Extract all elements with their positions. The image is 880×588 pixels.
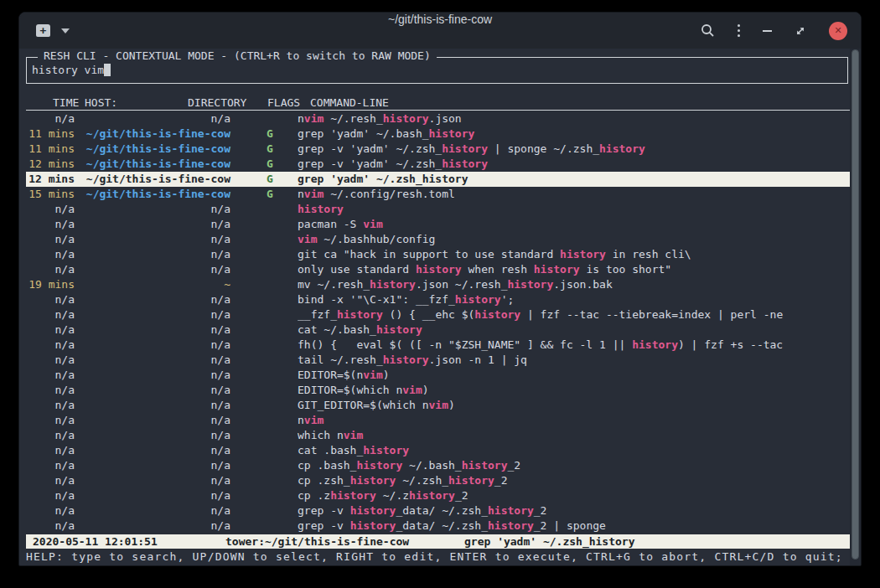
history-row[interactable]: n/an/acp .bash_history ~/.bash_history_2 <box>26 458 850 473</box>
row-command: __fzf_history () { __ehc $(history | fzf… <box>298 307 850 322</box>
history-row[interactable]: n/an/afh() { eval $( ([ -n "$ZSH_NAME" ]… <box>26 338 850 353</box>
row-command: cat .bash_history <box>298 443 850 458</box>
history-row[interactable]: n/an/ahistory <box>26 202 850 217</box>
row-command: EDITOR=$(nvim) <box>298 368 850 383</box>
row-time: n/a <box>26 322 75 338</box>
history-row-selected[interactable]: 12 mins~/git/this-is-fine-cowGgrep 'yadm… <box>26 172 850 187</box>
text-cursor <box>104 64 111 76</box>
col-header-flags: FLAGS <box>267 95 300 111</box>
history-row[interactable]: n/an/atail ~/.resh_history.json -n 1 | j… <box>26 353 850 368</box>
history-row[interactable]: n/an/acat .bash_history <box>26 443 850 458</box>
history-rows: n/an/anvim ~/.resh_history.json11 mins~/… <box>26 111 850 534</box>
row-command: bind -x '"\C-x1": __fzf_history'; <box>298 292 850 307</box>
history-row[interactable]: 12 mins~/git/this-is-fine-cowGgrep -v 'y… <box>26 157 850 172</box>
row-command: nvim <box>298 413 850 428</box>
row-command: fh() { eval $( ([ -n "$ZSH_NAME" ] && fc… <box>298 338 850 353</box>
row-time: n/a <box>26 202 75 217</box>
history-row[interactable]: 15 mins~/git/this-is-fine-cowGnvim ~/.co… <box>26 187 850 202</box>
search-button[interactable] <box>701 23 715 38</box>
row-command: grep -v 'yadm' ~/.zsh_history <box>298 157 850 172</box>
row-time: 15 mins <box>26 187 75 202</box>
row-directory: n/a <box>78 202 230 217</box>
row-command: history <box>298 202 850 217</box>
history-row[interactable]: n/an/acp .zhistory ~/.zhistory_2 <box>26 488 850 503</box>
history-row[interactable]: n/an/agrep -v history_data/ ~/.zsh_histo… <box>26 503 850 518</box>
history-row[interactable]: n/an/a__fzf_history () { __ehc $(history… <box>26 307 850 322</box>
row-directory: ~/git/this-is-fine-cow <box>78 187 230 202</box>
history-row[interactable]: n/an/aEDITOR=$(which nvim) <box>26 383 850 398</box>
row-command: tail ~/.resh_history.json -n 1 | jq <box>298 353 850 368</box>
row-directory: n/a <box>78 383 230 398</box>
row-command: cp .bash_history ~/.bash_history_2 <box>298 458 850 473</box>
row-directory: n/a <box>78 353 230 368</box>
row-time: n/a <box>26 338 75 353</box>
row-directory: n/a <box>78 473 230 488</box>
row-flags: G <box>267 157 273 172</box>
status-host-dir: tower:~/git/this-is-fine-cow <box>225 534 409 549</box>
history-row[interactable]: 11 mins~/git/this-is-fine-cowGgrep 'yadm… <box>26 126 850 142</box>
menu-button[interactable] <box>738 24 740 37</box>
scrollbar <box>850 49 861 565</box>
search-input[interactable]: RESH CLI - CONTEXTUAL MODE - (CTRL+R to … <box>26 57 848 84</box>
row-time: n/a <box>26 458 75 473</box>
minimize-icon <box>763 30 772 32</box>
history-row[interactable]: n/an/aGIT_EDITOR=$(which nvim) <box>26 398 850 413</box>
row-directory: n/a <box>78 247 230 262</box>
row-time: 12 mins <box>26 172 75 187</box>
tab-menu-caret-icon[interactable] <box>61 28 70 34</box>
history-row[interactable]: n/an/acp .zsh_history ~/.zsh_history_2 <box>26 473 850 488</box>
history-row[interactable]: n/an/aEDITOR=$(nvim) <box>26 368 850 383</box>
status-command: grep 'yadm' ~/.zsh_history <box>464 534 635 549</box>
row-directory: n/a <box>78 368 230 383</box>
history-row[interactable]: n/an/awhich nvim <box>26 428 850 443</box>
history-row[interactable]: n/an/avim ~/.bashhub/config <box>26 232 850 247</box>
row-time: n/a <box>26 232 75 247</box>
history-row[interactable]: n/an/acat ~/.bash_history <box>26 322 850 338</box>
history-row[interactable]: n/an/agrep -v history_data/ ~/.zsh_histo… <box>26 518 850 534</box>
help-bar: HELP: type to search, UP/DOWN to select,… <box>26 549 843 565</box>
new-tab-button[interactable]: + <box>36 24 50 37</box>
row-directory: n/a <box>78 322 230 338</box>
row-flags: G <box>267 187 273 202</box>
terminal-window: ~/git/this-is-fine-cow + <box>18 12 862 566</box>
row-directory: n/a <box>78 111 230 126</box>
history-row[interactable]: n/an/agit ca "hack in support to use sta… <box>26 247 850 262</box>
row-time: n/a <box>26 262 75 277</box>
row-command: grep 'yadm' ~/.bash_history <box>298 126 850 142</box>
row-time: 19 mins <box>26 277 75 292</box>
search-icon <box>701 23 715 38</box>
row-flags: G <box>267 126 273 142</box>
history-row[interactable]: n/an/anvim <box>26 413 850 428</box>
history-row[interactable]: n/an/apacman -S vim <box>26 217 850 232</box>
restore-button[interactable] <box>795 25 806 37</box>
close-button[interactable]: ✕ <box>829 22 847 40</box>
row-directory: n/a <box>78 338 230 353</box>
row-directory: n/a <box>78 458 230 473</box>
history-row[interactable]: n/an/aonly use standard history when res… <box>26 262 850 277</box>
row-command: only use standard history when resh hist… <box>298 262 850 277</box>
row-command: vim ~/.bashhub/config <box>298 232 850 247</box>
row-command: grep -v history_data/ ~/.zsh_history_2 |… <box>298 518 850 534</box>
row-directory: n/a <box>78 488 230 503</box>
row-directory: n/a <box>78 232 230 247</box>
history-row[interactable]: n/an/anvim ~/.resh_history.json <box>26 111 850 126</box>
row-command: EDITOR=$(which nvim) <box>298 383 850 398</box>
row-directory: n/a <box>78 292 230 307</box>
row-directory: n/a <box>78 262 230 277</box>
status-bar: 2020-05-11 12:01:51 tower:~/git/this-is-… <box>26 534 850 549</box>
row-flags: G <box>267 142 273 157</box>
row-directory: ~/git/this-is-fine-cow <box>78 157 230 172</box>
history-row[interactable]: 19 mins~mv ~/.resh_history.json ~/.resh_… <box>26 277 850 292</box>
history-row[interactable]: n/an/abind -x '"\C-x1": __fzf_history'; <box>26 292 850 307</box>
minimize-button[interactable] <box>763 30 772 32</box>
row-directory: ~ <box>78 277 230 292</box>
row-directory: n/a <box>78 398 230 413</box>
row-time: n/a <box>26 353 75 368</box>
row-time: n/a <box>26 383 75 398</box>
row-command: pacman -S vim <box>298 217 850 232</box>
row-directory: ~/git/this-is-fine-cow <box>78 142 230 157</box>
scrollbar-thumb[interactable] <box>852 49 859 560</box>
row-time: n/a <box>26 247 75 262</box>
row-directory: n/a <box>78 443 230 458</box>
history-row[interactable]: 11 mins~/git/this-is-fine-cowGgrep -v 'y… <box>26 142 850 157</box>
